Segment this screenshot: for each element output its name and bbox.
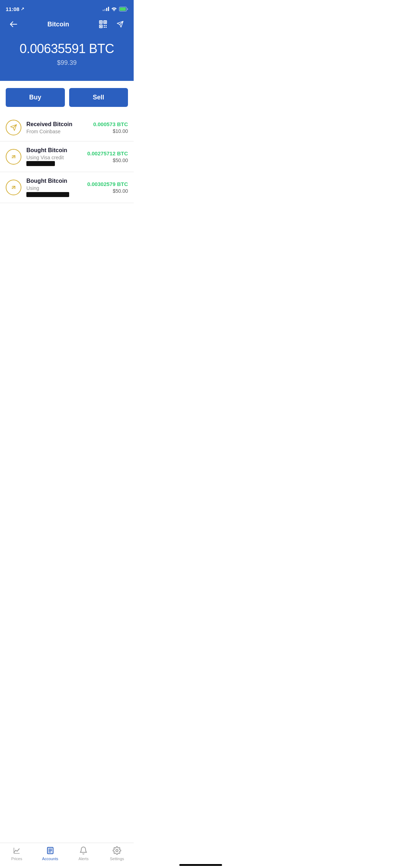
qr-button[interactable] <box>97 20 109 29</box>
transaction-subtitle: From Coinbase <box>26 129 88 134</box>
transaction-info: Received Bitcoin From Coinbase <box>26 121 88 134</box>
send-button[interactable] <box>114 21 127 28</box>
svg-rect-10 <box>104 27 105 28</box>
transaction-item[interactable]: Bought Bitcoin Using 0.00302579 BTC $50.… <box>0 172 134 203</box>
transaction-title: Bought Bitcoin <box>26 147 82 154</box>
transaction-amounts: 0.000573 BTC $10.00 <box>93 121 128 134</box>
transaction-btc: 0.00302579 BTC <box>87 181 128 187</box>
signal-icon <box>103 7 109 11</box>
status-bar: 11:08 ↗ <box>0 0 134 16</box>
battery-icon <box>119 7 128 11</box>
transaction-btc: 0.000573 BTC <box>93 121 128 127</box>
location-icon: ↗ <box>21 6 24 11</box>
transaction-usd: $50.00 <box>87 188 128 194</box>
transaction-usd: $10.00 <box>93 128 128 134</box>
transaction-item[interactable]: Bought Bitcoin Using Visa credit 0.00275… <box>0 141 134 172</box>
status-time: 11:08 ↗ <box>6 6 24 12</box>
svg-rect-5 <box>100 21 102 23</box>
btc-balance: 0.00635591 BTC <box>7 41 127 56</box>
transaction-usd: $50.00 <box>87 157 128 163</box>
back-button[interactable] <box>7 21 20 27</box>
buy-icon <box>6 180 21 195</box>
svg-rect-1 <box>120 7 126 11</box>
transaction-subtitle: Using <box>26 185 82 197</box>
buy-button[interactable]: Buy <box>6 88 65 107</box>
svg-rect-9 <box>106 25 107 26</box>
transaction-info: Bought Bitcoin Using Visa credit <box>26 147 82 166</box>
transaction-item[interactable]: Received Bitcoin From Coinbase 0.000573 … <box>0 114 134 141</box>
buy-icon <box>6 149 21 165</box>
page-header: Bitcoin <box>0 16 134 34</box>
receive-icon <box>6 120 21 135</box>
transaction-amounts: 0.00275712 BTC $50.00 <box>87 150 128 163</box>
transaction-amounts: 0.00302579 BTC $50.00 <box>87 181 128 194</box>
svg-rect-6 <box>104 21 106 23</box>
transaction-subtitle: Using Visa credit <box>26 155 82 166</box>
balance-section: 0.00635591 BTC $99.39 <box>0 34 134 81</box>
action-buttons: Buy Sell <box>0 81 134 114</box>
wifi-icon <box>111 7 117 11</box>
transaction-list: Received Bitcoin From Coinbase 0.000573 … <box>0 114 134 203</box>
svg-rect-8 <box>104 25 105 26</box>
transaction-title: Received Bitcoin <box>26 121 88 128</box>
sell-button[interactable]: Sell <box>69 88 128 107</box>
svg-rect-11 <box>106 27 107 28</box>
transaction-btc: 0.00275712 BTC <box>87 150 128 156</box>
transaction-title: Bought Bitcoin <box>26 178 82 184</box>
svg-rect-7 <box>100 26 102 27</box>
time-display: 11:08 <box>6 6 19 12</box>
status-icons <box>103 7 128 11</box>
transaction-info: Bought Bitcoin Using <box>26 178 82 197</box>
page-title: Bitcoin <box>20 21 97 28</box>
usd-balance: $99.39 <box>7 59 127 67</box>
